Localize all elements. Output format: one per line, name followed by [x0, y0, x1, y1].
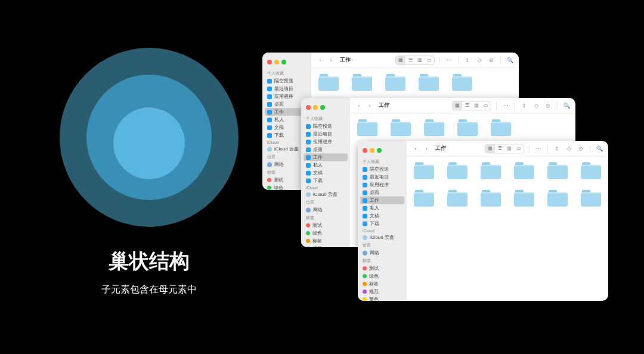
minimize-button[interactable] — [313, 105, 318, 110]
view-icon-button[interactable]: ▦ — [485, 144, 495, 153]
search-button[interactable]: 🔍 — [595, 144, 603, 153]
folder-item[interactable] — [357, 119, 377, 136]
folder-item[interactable] — [424, 119, 444, 136]
view-gallery-button[interactable]: ▭ — [425, 56, 434, 64]
nav-buttons: ‹› — [316, 56, 335, 64]
sidebar-item[interactable]: 最近项目 — [301, 130, 350, 138]
folder-item[interactable] — [352, 74, 372, 91]
sidebar-item[interactable]: 下载 — [358, 220, 407, 227]
sidebar-item[interactable]: 应用程序 — [358, 181, 407, 189]
zoom-button[interactable] — [320, 105, 325, 110]
folder-item[interactable] — [385, 74, 405, 91]
group-button[interactable]: ⋯ — [501, 101, 510, 110]
view-column-button[interactable]: ▥ — [504, 144, 514, 153]
back-button[interactable]: ‹ — [316, 56, 324, 64]
folder-item[interactable] — [414, 162, 434, 179]
close-button[interactable] — [306, 105, 311, 110]
view-gallery-button[interactable]: ▭ — [481, 101, 491, 110]
tag-button[interactable]: ◇ — [532, 101, 540, 110]
zoom-button[interactable] — [281, 60, 286, 64]
share-button[interactable]: ⇪ — [520, 101, 528, 110]
share-button[interactable]: ⇪ — [463, 56, 472, 64]
minimize-button[interactable] — [274, 60, 279, 64]
tag-button[interactable]: ◇ — [565, 144, 573, 153]
view-list-button[interactable]: ☰ — [495, 144, 504, 153]
sidebar-item[interactable]: iCloud 云盘 — [301, 190, 350, 198]
share-button[interactable]: ⇪ — [553, 144, 561, 153]
forward-button[interactable]: › — [366, 101, 374, 110]
search-button[interactable]: 🔍 — [562, 101, 571, 110]
minimize-button[interactable] — [370, 148, 374, 153]
forward-button[interactable]: › — [422, 144, 431, 153]
folder-item[interactable] — [414, 190, 434, 207]
finder-window-3[interactable]: 个人收藏隔空投送最近项目应用程序桌面工作私人文稿下载iCloudiCloud 云… — [358, 141, 608, 301]
folder-item[interactable] — [547, 162, 568, 179]
view-icon-button[interactable]: ▦ — [396, 56, 405, 64]
folder-item[interactable] — [547, 190, 568, 207]
sidebar-item[interactable]: 最近项目 — [358, 173, 407, 181]
sidebar-item[interactable]: 最近项目 — [262, 85, 311, 93]
sidebar-item[interactable]: 网络 — [358, 249, 407, 257]
sidebar-item[interactable]: 标签 — [358, 280, 407, 288]
sidebar-item[interactable]: 工作 — [360, 196, 404, 204]
action-button[interactable]: ⊝ — [487, 56, 496, 64]
folder-item[interactable] — [447, 190, 467, 207]
sidebar-item-label: 规范 — [312, 245, 322, 247]
sidebar-item[interactable]: 规范 — [301, 245, 350, 247]
folder-item[interactable] — [447, 162, 467, 179]
sidebar-item[interactable]: 桌面 — [301, 146, 350, 153]
sidebar-item[interactable]: 隔空投送 — [262, 77, 311, 85]
action-button[interactable]: ⊝ — [577, 144, 585, 153]
sidebar-item[interactable]: 桌面 — [358, 189, 407, 196]
sidebar-item[interactable]: 私人 — [358, 204, 407, 212]
sidebar-item[interactable]: 隔空投送 — [301, 122, 350, 130]
view-icon-button[interactable]: ▦ — [453, 101, 462, 110]
folder-item[interactable] — [581, 190, 601, 207]
action-button[interactable]: ⊝ — [544, 101, 552, 110]
view-list-button[interactable]: ☰ — [405, 56, 415, 64]
forward-button[interactable]: › — [327, 56, 335, 64]
folder-item[interactable] — [514, 162, 534, 179]
sidebar-item[interactable]: 隔空投送 — [358, 165, 407, 173]
folder-item[interactable] — [318, 74, 339, 91]
sidebar-item[interactable]: 标签 — [301, 237, 350, 245]
view-list-button[interactable]: ☰ — [462, 101, 472, 110]
tag-button[interactable]: ◇ — [475, 56, 484, 64]
folder-item[interactable] — [581, 162, 601, 179]
group-button[interactable]: ⋯ — [534, 144, 543, 153]
view-column-button[interactable]: ▥ — [415, 56, 425, 64]
sidebar-item[interactable]: 测试 — [358, 264, 407, 272]
group-button[interactable]: ⋯ — [445, 56, 453, 64]
sidebar-item[interactable]: 绿色 — [358, 272, 407, 280]
folder-item[interactable] — [514, 190, 534, 207]
search-button[interactable]: 🔍 — [506, 56, 514, 64]
sidebar-item-label: 黄色 — [369, 296, 379, 301]
sidebar-item[interactable]: 私人 — [301, 161, 350, 169]
sidebar-item[interactable]: 网络 — [301, 206, 350, 214]
sidebar-item[interactable]: 应用程序 — [301, 138, 350, 146]
sidebar-item[interactable]: 黄色 — [358, 295, 407, 301]
sidebar-item[interactable]: 文稿 — [358, 212, 407, 220]
folder-item[interactable] — [481, 162, 501, 179]
folder-item[interactable] — [481, 190, 501, 207]
back-button[interactable]: ‹ — [411, 144, 420, 153]
folder-item[interactable] — [457, 119, 478, 136]
sidebar-item[interactable]: 文稿 — [301, 169, 350, 177]
sidebar-item[interactable]: 下载 — [301, 177, 350, 184]
back-button[interactable]: ‹ — [355, 101, 363, 110]
sidebar-item[interactable]: 绿色 — [301, 229, 350, 237]
sidebar-item[interactable]: 工作 — [304, 153, 348, 161]
view-column-button[interactable]: ▥ — [472, 101, 481, 110]
sidebar-item[interactable]: iCloud 云盘 — [358, 233, 407, 241]
folder-item[interactable] — [419, 74, 439, 91]
folder-item[interactable] — [491, 119, 511, 136]
close-button[interactable] — [363, 148, 367, 153]
sidebar-item[interactable]: 测试 — [301, 221, 350, 229]
folder-item[interactable] — [391, 119, 411, 136]
tag-dot-icon — [363, 266, 367, 270]
zoom-button[interactable] — [377, 148, 382, 153]
folder-item[interactable] — [452, 74, 472, 91]
view-gallery-button[interactable]: ▭ — [514, 144, 524, 153]
sidebar-item[interactable]: 规范 — [358, 288, 407, 295]
close-button[interactable] — [267, 60, 272, 64]
